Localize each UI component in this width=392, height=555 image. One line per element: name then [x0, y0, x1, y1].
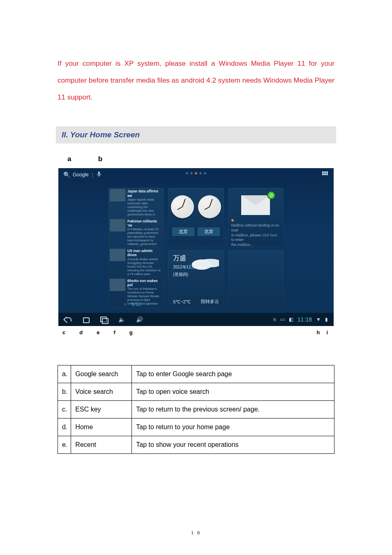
volume-up-icon[interactable]: 🔊	[136, 316, 143, 323]
row-desc: Tap to enter Google search page	[132, 365, 334, 383]
news-title-3: US man admits dinos	[127, 249, 162, 257]
weather-date2: (星期四)	[173, 272, 219, 278]
notification-icon[interactable]: ◧	[289, 317, 293, 322]
table-row: d. Home Tap to return to your home page	[58, 419, 334, 436]
weather-temp: 5℃~2℃	[173, 299, 191, 305]
row-desc: Tap to return to the previous screen/ pa…	[132, 401, 334, 419]
row-desc: Tap to open voice search	[132, 383, 334, 401]
empty-widget[interactable]	[228, 250, 284, 309]
page-number: 1 0	[0, 530, 392, 536]
clock-city-left[interactable]: 北京	[172, 227, 194, 236]
mail-badge: 0	[267, 191, 275, 199]
row-name: Google search	[71, 365, 132, 383]
weather-condition: 阴转多云	[201, 298, 219, 305]
clock-widget[interactable]: 北京 北京	[168, 188, 224, 246]
mail-text-3: the mailbox...	[231, 243, 254, 246]
table-row: b. Voice search Tap to open voice search	[58, 383, 334, 401]
note-paragraph: If your computer is XP system, please in…	[58, 56, 334, 106]
clock-city-right[interactable]: 北京	[198, 227, 220, 236]
weather-widget[interactable]: 万盛 2012年12月27日 (星期四) 5℃~2℃ 阴转多云	[168, 250, 224, 309]
label-g: g	[129, 329, 133, 335]
row-name: Recent	[71, 436, 132, 454]
google-search-label[interactable]: Google	[73, 172, 89, 178]
news-page-indicator: 1/10	[131, 301, 141, 307]
section-header-title: II. Your Home Screen	[62, 130, 140, 139]
android-topbar: 🔍 Google |	[58, 168, 334, 181]
wifi-icon[interactable]: ▼	[316, 317, 321, 322]
row-name: Voice search	[71, 383, 132, 401]
news-next-icon[interactable]: ›	[147, 301, 148, 307]
labels-below-screenshot: c d e f g h i	[58, 328, 334, 335]
label-h: h	[316, 329, 320, 335]
news-desc-2: In Pakistan, at least 22 paramilitary po…	[127, 227, 162, 246]
news-widget[interactable]: Japan data affirms weJapan reports weak …	[108, 188, 164, 309]
label-a: a	[67, 155, 96, 163]
label-f: f	[113, 329, 115, 335]
mail-text-1: Mailbox without landing or no mail	[231, 223, 279, 232]
topbar-divider: |	[92, 172, 93, 178]
android-screenshot: 🔍 Google | Japan data affirms weJ	[58, 168, 334, 326]
news-desc-3: A fossils dealer admits smuggling dinosa…	[127, 257, 162, 276]
recent-icon[interactable]	[100, 317, 108, 322]
battery-icon[interactable]: ▮	[325, 317, 328, 322]
mail-widget[interactable]: 0 Mailbox without landing or no mail in …	[228, 188, 284, 246]
status-time: 11:18	[297, 316, 312, 323]
news-desc-1: Japan reports weak economic data, underl…	[127, 198, 162, 216]
analog-clock-left	[171, 195, 194, 218]
row-idx: c.	[58, 401, 71, 419]
label-e: e	[97, 329, 99, 335]
usb-icon[interactable]: ⎋	[273, 317, 276, 322]
news-title-4: Bhutto son makes pol	[127, 279, 162, 287]
news-title-2: Pakistan militants 'se	[127, 219, 162, 227]
svg-rect-1	[99, 176, 99, 177]
table-row: a. Google search Tap to enter Google sea…	[58, 365, 334, 383]
mail-click-here-link[interactable]: click here	[262, 233, 277, 237]
mail-text-2b: to enter	[231, 238, 244, 242]
news-pager[interactable]: ‹ 1/10 ›	[108, 301, 164, 307]
row-name: Home	[71, 419, 132, 436]
row-desc: Tap to show your recent operations	[132, 436, 334, 454]
news-title-1: Japan data affirms we	[127, 189, 162, 197]
back-icon[interactable]	[64, 317, 71, 322]
table-row: e. Recent Tap to show your recent operat…	[58, 436, 334, 454]
table-row: c. ESC key Tap to return to the previous…	[58, 401, 334, 419]
label-c: c	[62, 329, 65, 335]
android-navbar: 🔈 🔊 ⎋ ▭ ◧ 11:18 ▼ ▮	[58, 313, 334, 326]
cloud-icon	[190, 256, 219, 271]
envelope-icon	[241, 195, 270, 215]
label-d: d	[79, 329, 83, 335]
home-icon[interactable]	[82, 317, 90, 322]
label-i: i	[326, 329, 328, 335]
row-name: ESC key	[71, 401, 132, 419]
gallery-icon[interactable]: ▭	[280, 317, 285, 322]
mail-text-2a: in mailbox, please	[231, 233, 262, 237]
svg-rect-0	[98, 171, 100, 175]
home-pager-dots[interactable]	[186, 172, 206, 174]
analog-clock-right	[198, 195, 221, 218]
reference-table: a. Google search Tap to enter Google sea…	[58, 365, 334, 454]
row-desc: Tap to return to your home page	[132, 419, 334, 436]
label-b: b	[98, 155, 102, 163]
search-icon[interactable]: 🔍	[63, 171, 70, 178]
labels-above-screenshot: a b	[58, 155, 334, 163]
volume-down-icon[interactable]: 🔈	[118, 316, 125, 323]
section-header: II. Your Home Screen	[56, 126, 336, 143]
row-idx: b.	[58, 383, 71, 401]
news-prev-icon[interactable]: ‹	[125, 301, 126, 307]
row-idx: d.	[58, 419, 71, 436]
row-idx: a.	[58, 365, 71, 383]
mic-icon[interactable]	[97, 171, 101, 179]
row-idx: e.	[58, 436, 71, 454]
mail-indicator-dot	[231, 219, 234, 222]
apps-grid-icon[interactable]	[322, 171, 328, 177]
